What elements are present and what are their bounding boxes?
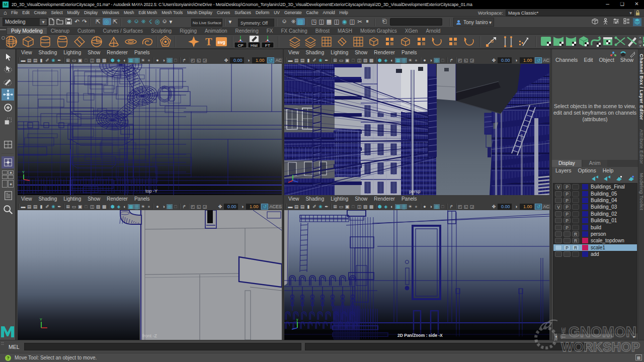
svg-text:svg: svg (217, 40, 225, 45)
svg-text:2D Pan/Zoom : side -X: 2D Pan/Zoom : side -X (397, 333, 443, 338)
svg-text:top -Y: top -Y (145, 189, 157, 194)
svg-text:persp: persp (409, 189, 421, 194)
svg-text:front -Z: front -Z (142, 333, 157, 338)
svg-text:Y: Y (40, 318, 42, 321)
svg-text:Y: Y (22, 170, 25, 174)
svg-text:T: T (205, 36, 212, 47)
svg-text:y: y (296, 318, 298, 322)
svg-text:Hist: Hist (251, 43, 258, 48)
svg-text:CP: CP (237, 43, 243, 48)
svg-text:FT: FT (265, 43, 270, 48)
